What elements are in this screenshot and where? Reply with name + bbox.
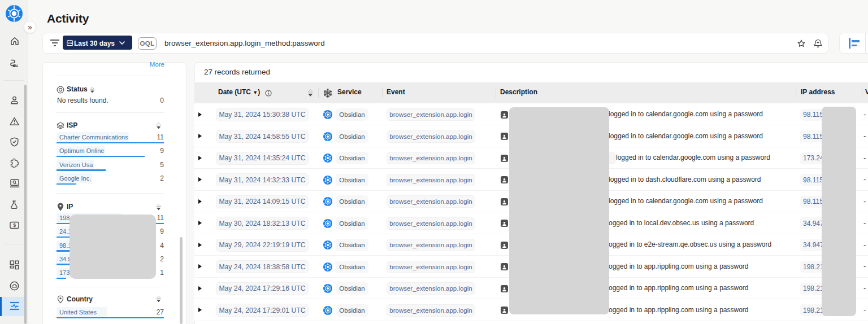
svg-text:$: $ — [13, 222, 16, 228]
